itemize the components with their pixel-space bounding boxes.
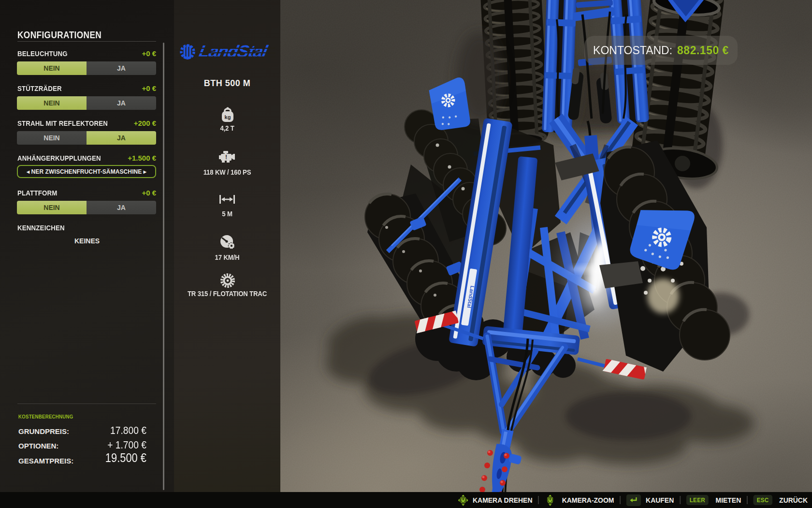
svg-text:kg: kg [225,114,231,120]
svg-text:LandStal: LandStal [197,42,270,60]
svg-text:!: ! [225,154,227,161]
